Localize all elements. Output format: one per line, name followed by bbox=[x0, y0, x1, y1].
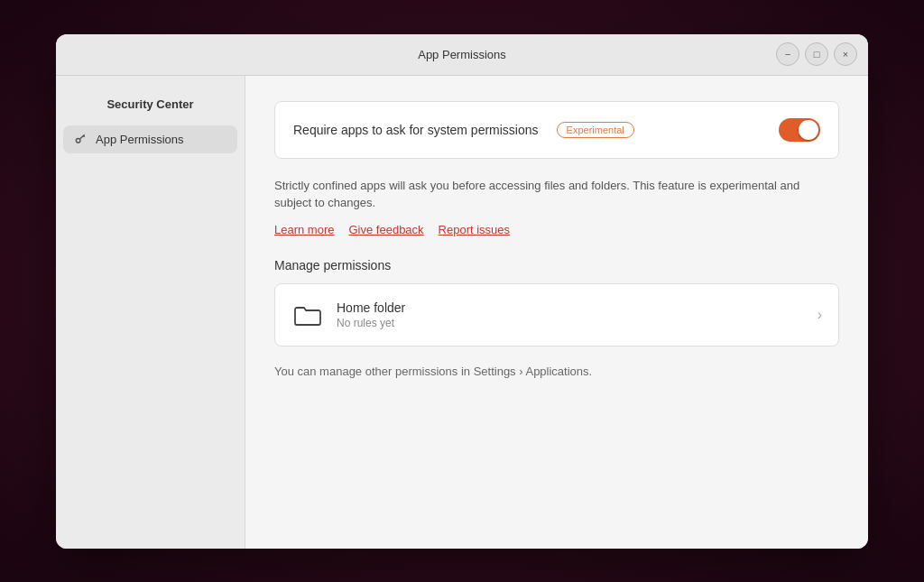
footer-note: You can manage other permissions in Sett… bbox=[274, 365, 839, 378]
sidebar-item-app-permissions[interactable]: App Permissions bbox=[63, 125, 237, 153]
close-button[interactable]: × bbox=[834, 42, 857, 66]
window-controls: − □ × bbox=[776, 42, 857, 66]
permission-info: Home folder No rules yet bbox=[337, 300, 818, 329]
require-permissions-toggle[interactable] bbox=[779, 118, 820, 142]
sidebar: Security Center App Permissions bbox=[56, 76, 245, 549]
description-text: Strictly confined apps will ask you befo… bbox=[274, 177, 839, 212]
permission-status: No rules yet bbox=[337, 317, 818, 329]
titlebar-title: App Permissions bbox=[418, 48, 506, 61]
permission-row[interactable]: Home folder No rules yet › bbox=[275, 284, 838, 346]
links-row: Learn more Give feedback Report issues bbox=[274, 223, 839, 236]
experimental-badge: Experimental bbox=[557, 122, 634, 138]
report-issues-link[interactable]: Report issues bbox=[439, 223, 510, 236]
svg-line-2 bbox=[84, 136, 85, 137]
sidebar-title: Security Center bbox=[63, 90, 237, 125]
app-window: App Permissions − □ × Security Center Ap… bbox=[56, 34, 868, 549]
toggle-left: Require apps to ask for system permissio… bbox=[293, 122, 779, 138]
chevron-right-icon: › bbox=[818, 307, 822, 323]
permission-list: Home folder No rules yet › bbox=[274, 283, 839, 346]
toggle-knob bbox=[799, 120, 818, 140]
learn-more-link[interactable]: Learn more bbox=[274, 223, 334, 236]
sidebar-item-label: App Permissions bbox=[96, 133, 184, 146]
toggle-text: Require apps to ask for system permissio… bbox=[293, 123, 539, 137]
maximize-button[interactable]: □ bbox=[805, 42, 828, 66]
permission-name: Home folder bbox=[337, 300, 818, 315]
minimize-button[interactable]: − bbox=[776, 42, 799, 66]
key-icon bbox=[74, 133, 87, 145]
titlebar: App Permissions − □ × bbox=[56, 34, 868, 76]
svg-point-0 bbox=[76, 138, 80, 143]
folder-icon bbox=[291, 299, 324, 331]
main-content: Require apps to ask for system permissio… bbox=[245, 76, 868, 549]
give-feedback-link[interactable]: Give feedback bbox=[348, 223, 423, 236]
content-area: Security Center App Permissions Require … bbox=[56, 76, 868, 549]
section-title: Manage permissions bbox=[274, 258, 839, 273]
permission-toggle-card: Require apps to ask for system permissio… bbox=[274, 101, 839, 159]
